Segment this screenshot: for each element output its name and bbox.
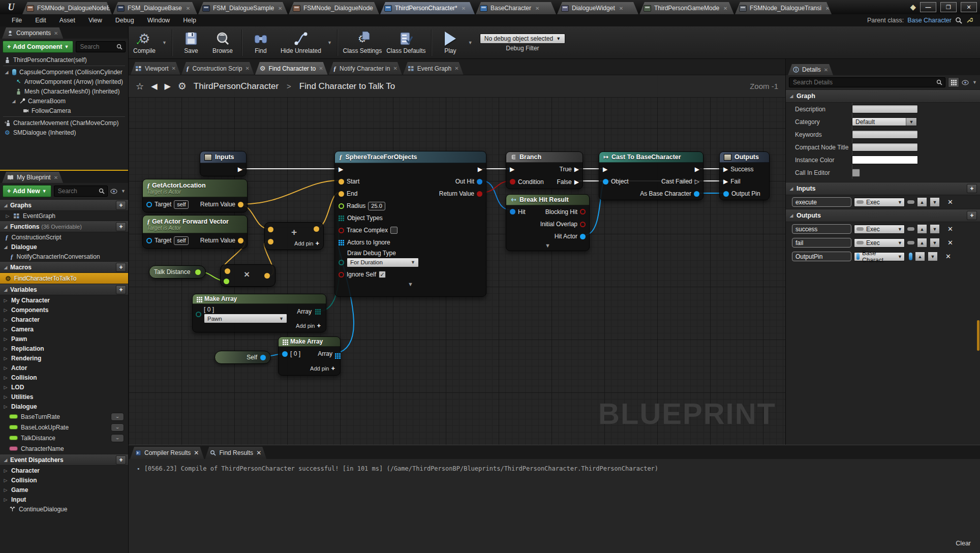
as-base-character-pin[interactable]: [694, 191, 699, 197]
constructionscript-row[interactable]: ƒConstructionScript: [0, 232, 128, 242]
node-branch-header[interactable]: Branch: [506, 152, 583, 163]
graphs-section-header[interactable]: ◢Graphs+: [0, 199, 128, 211]
macros-section-header[interactable]: ◢Macros+: [0, 261, 128, 273]
return-value-pin[interactable]: [238, 238, 243, 243]
compact-node-title-field[interactable]: [852, 143, 918, 151]
keywords-field[interactable]: [852, 130, 918, 139]
pin-type-dropdown[interactable]: Exec▼: [854, 238, 905, 248]
node-getactorlocation[interactable]: ƒ GetActorLocationTarget is Actor Target…: [142, 179, 248, 212]
visibility-toggle[interactable]: ⌣: [111, 434, 124, 442]
add-variable-button[interactable]: +: [116, 285, 126, 294]
condition-pin[interactable]: [510, 179, 515, 185]
tab-compiler-results[interactable]: Compiler Results✕: [130, 447, 204, 459]
myblueprint-search[interactable]: [54, 186, 108, 197]
target-pin[interactable]: [146, 238, 152, 243]
node-outputs[interactable]: Outputs ▶Success ▶Fail Output Pin: [719, 151, 770, 200]
functions-dialogue-category[interactable]: ◢Dialogue: [0, 242, 128, 252]
nav-back-icon[interactable]: ◀: [151, 81, 157, 91]
tab-viewport[interactable]: Viewport✕: [131, 62, 180, 75]
close-icon[interactable]: ✕: [278, 6, 282, 11]
self-output-pin[interactable]: [260, 355, 266, 360]
variable-charactername[interactable]: CharacterName: [0, 443, 128, 454]
var-category-collision[interactable]: ▷Collision: [0, 373, 128, 382]
doc-tab-thirdpersoncharacter-active[interactable]: ThirdPersonCharacter*✕: [380, 2, 475, 14]
add-input-button[interactable]: +: [967, 184, 977, 193]
node-makearray-header[interactable]: Make Array: [279, 337, 340, 347]
dispatcher-continuedialogue[interactable]: ContinueDialogue: [0, 504, 128, 514]
remove-pin-button[interactable]: ✕: [947, 198, 953, 206]
tab-find-character-to-active[interactable]: ⚙Find Character to✕: [255, 62, 328, 75]
add-pin-button[interactable]: Add pin+: [310, 364, 335, 372]
visibility-toggle[interactable]: ⌣: [111, 413, 124, 421]
node-branch[interactable]: Branch ▶True▶ ConditionFalse▶: [506, 151, 583, 189]
radius-value-box[interactable]: 25.0: [368, 202, 385, 210]
add-graph-button[interactable]: +: [116, 201, 126, 210]
component-row-cameraboom[interactable]: ◢CameraBoom: [0, 96, 128, 106]
tab-find-results[interactable]: Find Results✕: [205, 447, 266, 459]
false-exec-pin[interactable]: ▶: [574, 179, 579, 185]
node-talkdistance-getter[interactable]: Talk Distance: [149, 265, 206, 279]
menu-file[interactable]: File: [5, 17, 28, 24]
remove-pin-button[interactable]: ✕: [947, 239, 953, 247]
object-types-array-pin[interactable]: [339, 216, 340, 217]
var-category-camera[interactable]: ▷Camera: [0, 324, 128, 334]
cast-failed-exec-pin[interactable]: ▷: [695, 178, 699, 185]
close-icon[interactable]: ✕: [377, 6, 379, 11]
menu-debug[interactable]: Debug: [109, 17, 141, 24]
close-window-button[interactable]: ✕: [961, 2, 977, 12]
var-category-utilities[interactable]: ▷Utilities: [0, 392, 128, 402]
doc-tab-fsmnode-dialoguenodee[interactable]: FSMNode_DialogueNodeE✕: [22, 2, 112, 14]
notify-function-row[interactable]: ƒNotifyCharacterInConversation: [0, 252, 128, 261]
class-settings-button[interactable]: ⚙ Class Settings: [341, 27, 384, 58]
node-getactorforwardvector-header[interactable]: ƒ Get Actor Forward VectorTarget is Acto…: [143, 216, 247, 233]
close-icon[interactable]: ✕: [454, 66, 458, 71]
chevron-down-icon[interactable]: ▼: [972, 80, 977, 85]
add-input-a-pin[interactable]: [268, 227, 273, 232]
node-inputs-header[interactable]: Inputs: [200, 151, 246, 163]
eye-filter-icon[interactable]: [110, 189, 118, 194]
doc-tab-thirdpersongamemode[interactable]: ThirdPersonGameMode✕: [639, 2, 734, 14]
element-0-pin[interactable]: [196, 312, 201, 317]
browse-button[interactable]: Browse: [207, 27, 238, 58]
node-cast-to-basecharacter[interactable]: ↦Cast To BaseCharacter ▶▶ Object Cast Fa…: [599, 151, 703, 200]
return-value-pin[interactable]: [477, 191, 482, 197]
close-icon[interactable]: ✕: [54, 175, 58, 180]
myblueprint-search-input[interactable]: [57, 187, 97, 195]
tab-components[interactable]: Components✕: [2, 27, 63, 39]
var-category-pawn[interactable]: ▷Pawn: [0, 334, 128, 344]
tab-details[interactable]: Details✕: [788, 64, 833, 75]
trace-complex-pin[interactable]: [339, 228, 344, 233]
menu-view[interactable]: View: [82, 17, 109, 24]
variables-section-header[interactable]: ◢Variables+: [0, 284, 128, 295]
doc-tab-basecharacter[interactable]: BaseCharacter✕: [476, 2, 556, 14]
node-makearray-actor[interactable]: Make Array [ 0 ] Array Add pin+: [278, 336, 341, 376]
outputs-section-header[interactable]: ◢Outputs+: [786, 209, 980, 222]
menu-edit[interactable]: Edit: [28, 17, 53, 24]
visibility-toggle[interactable]: ⌣: [111, 423, 124, 432]
details-search-input[interactable]: [792, 78, 934, 86]
tab-event-graph[interactable]: Event Graph✕: [403, 62, 464, 75]
node-collapse-arrow[interactable]: ▼: [506, 242, 589, 249]
hide-unrelated-caret[interactable]: ▼: [327, 40, 332, 45]
pin-type-dropdown[interactable]: Exec▼: [854, 225, 905, 234]
node-multiply[interactable]: ×: [220, 264, 275, 287]
move-up-button[interactable]: ▲: [917, 238, 927, 248]
expander-icon[interactable]: ◢: [4, 70, 9, 75]
ignore-self-checkbox[interactable]: ✓: [379, 271, 386, 278]
doc-tab-fsm-dialoguesample[interactable]: FSM_DialogueSample✕: [198, 2, 288, 14]
close-icon[interactable]: ✕: [462, 6, 466, 11]
breadcrumb-root[interactable]: ThirdPersonCharacter: [194, 81, 279, 91]
exec-output-pin[interactable]: ▶: [695, 166, 699, 172]
close-icon[interactable]: ✕: [824, 67, 828, 73]
tab-construction-script[interactable]: ƒConstruction Scrip✕: [181, 62, 254, 75]
macro-findcharactertotalkto-selected[interactable]: ⚙FindCharacterToTalkTo: [0, 273, 128, 284]
var-category-rendering[interactable]: ▷Rendering: [0, 353, 128, 363]
node-makearray-header[interactable]: Make Array: [193, 294, 326, 304]
component-row-followcamera[interactable]: FollowCamera: [0, 106, 128, 115]
add-macro-button[interactable]: +: [116, 263, 126, 272]
exec-input-pin[interactable]: ▶: [603, 166, 607, 172]
pin-name-field[interactable]: execute: [792, 197, 851, 207]
node-spheretraceforobjects[interactable]: ƒSphereTraceForObjects ▶▶ Start Out Hit …: [334, 151, 486, 297]
var-category-lod[interactable]: ▷LOD: [0, 382, 128, 392]
component-row-smdialogue[interactable]: ⚙SMDialogue (Inherited): [0, 128, 128, 137]
